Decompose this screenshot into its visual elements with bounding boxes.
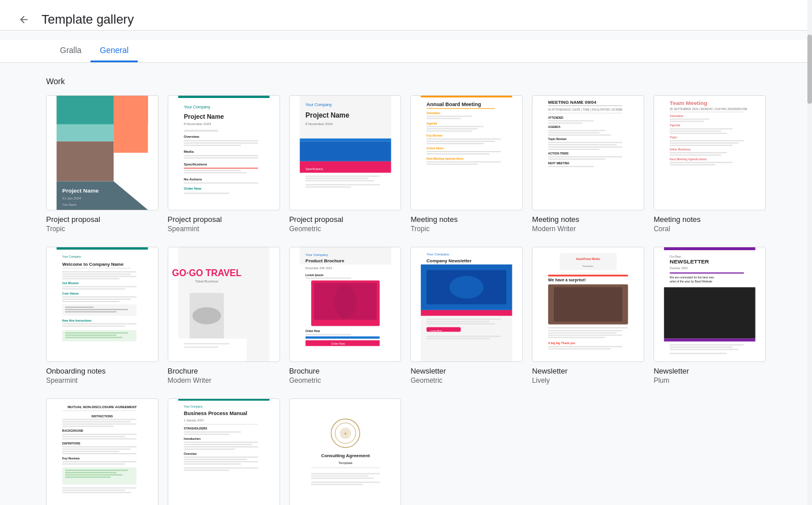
scrollbar[interactable] [807, 0, 812, 505]
template-sub-newsletter-plum: Plum [654, 376, 766, 385]
svg-rect-210 [62, 426, 114, 427]
svg-text:HeartPulse Media: HeartPulse Media [576, 258, 600, 261]
template-sub-meeting-tropic: Tropic [410, 225, 523, 233]
svg-rect-140 [178, 338, 247, 361]
svg-rect-149 [305, 277, 351, 278]
svg-rect-214 [62, 438, 137, 439]
svg-point-164 [450, 276, 484, 299]
svg-rect-113 [62, 272, 137, 273]
svg-text:Specifications: Specifications [305, 168, 323, 171]
svg-rect-182 [548, 330, 622, 331]
svg-rect-263 [311, 482, 380, 483]
svg-rect-45 [421, 96, 512, 97]
svg-rect-155 [305, 336, 380, 338]
svg-text:Tribal Brochure: Tribal Brochure [195, 280, 218, 283]
svg-rect-250 [184, 468, 258, 469]
svg-text:Your Name: Your Name [62, 203, 77, 206]
svg-text:Media: Media [184, 150, 194, 153]
svg-rect-228 [62, 487, 137, 488]
svg-rect-201 [670, 349, 738, 350]
template-card-project-proposal-tropic[interactable]: Project Name 01 Jan 2024 Your Name Proje… [46, 95, 158, 233]
template-card-brochure-geometric[interactable]: Your Company Product Brochure November 2… [289, 247, 402, 385]
svg-text:Our Mission: Our Mission [62, 282, 79, 285]
svg-text:We have a surprise!: We have a surprise! [548, 278, 586, 282]
template-sub-project-spearmint: Spearmint [168, 225, 280, 233]
svg-text:Your Company: Your Company [427, 252, 450, 256]
svg-rect-183 [548, 333, 617, 334]
svg-text:Specifications: Specifications [184, 163, 207, 166]
svg-text:1 January 2024: 1 January 2024 [184, 419, 203, 422]
template-card-meeting-tropic[interactable]: Annual Board Meeting Attendees Agenda Ke… [410, 95, 523, 233]
template-card-project-proposal-spearmint[interactable]: Your Company Project Name 8 November 202… [168, 95, 280, 233]
back-button[interactable] [14, 9, 35, 30]
svg-text:IN ATTENDANCE | DATE | TIME | : IN ATTENDANCE | DATE | TIME | FACILITATO… [548, 108, 623, 111]
svg-rect-222 [62, 463, 125, 465]
svg-rect-236 [184, 424, 258, 425]
svg-text:Business Process Manual: Business Process Manual [184, 410, 247, 416]
svg-text:Attendees: Attendees [427, 112, 441, 115]
svg-rect-10 [178, 96, 269, 98]
svg-text:artist of the year by Band Web: artist of the year by Band Website [670, 280, 712, 283]
template-card-project-proposal-geometric[interactable]: Your Company Project Name 8 November 202… [289, 95, 402, 233]
svg-text:01 Jan 2024: 01 Jan 2024 [62, 197, 81, 200]
template-grid-row2: Your Company Welcome to Company Name Our… [46, 247, 766, 385]
svg-rect-112 [62, 268, 131, 269]
svg-rect-79 [548, 144, 617, 145]
svg-point-139 [192, 307, 221, 325]
svg-rect-116 [62, 278, 119, 279]
svg-rect-75 [548, 132, 599, 133]
template-name-onboarding: Onboarding notes [46, 367, 158, 375]
svg-rect-90 [670, 112, 744, 112]
template-card-brochure-modern[interactable]: GO·GO TRAVEL Tribal Brochure Brochure Mo… [168, 247, 280, 385]
svg-text:BACKGROUND: BACKGROUND [62, 429, 84, 432]
template-card-newsletter-plum[interactable]: Our Best NEWSLETTER Summer 2024 We are n… [654, 247, 766, 385]
template-card-consulting[interactable]: ✦ Consulting Agreement Template Consulti… [289, 398, 402, 505]
template-card-meeting-modern[interactable]: MEETING NAME 09/04 IN ATTENDANCE | DATE … [532, 95, 644, 233]
template-name-brochure-modern: Brochure [168, 367, 280, 375]
svg-rect-40 [305, 178, 368, 179]
svg-text:Lorem Ipsum: Lorem Ipsum [305, 274, 324, 277]
template-card-nda[interactable]: MUTUAL NON-DISCLOSURE AGREEMENT INSTRUCT… [46, 398, 158, 505]
svg-rect-123 [62, 301, 119, 302]
svg-text:Action Items: Action Items [427, 147, 444, 150]
svg-marker-4 [114, 96, 148, 153]
svg-rect-103 [670, 152, 727, 153]
svg-rect-216 [62, 446, 137, 447]
template-name-newsletter-geometric: Newsletter [410, 367, 523, 375]
svg-text:Your Company: Your Company [305, 253, 328, 257]
svg-rect-21 [184, 157, 258, 159]
section-title-work: Work [46, 77, 766, 86]
svg-rect-61 [427, 153, 490, 154]
template-grid-row1: Project Name 01 Jan 2024 Your Name Proje… [46, 95, 766, 233]
svg-rect-188 [548, 348, 611, 349]
svg-rect-247 [184, 459, 247, 460]
tab-general[interactable]: General [90, 40, 138, 62]
svg-rect-205 [62, 410, 137, 411]
template-card-onboarding[interactable]: Your Company Welcome to Company Name Our… [46, 247, 158, 385]
svg-rect-17 [184, 142, 258, 144]
svg-rect-92 [670, 119, 709, 120]
svg-rect-259 [311, 468, 380, 468]
svg-text:STAKEHOLDERS: STAKEHOLDERS [184, 427, 207, 430]
scrollbar-thumb[interactable] [807, 35, 812, 104]
svg-rect-246 [184, 457, 258, 458]
template-card-meeting-coral[interactable]: Team Meeting 30 SEPTEMBER 2024 | MONDAY … [654, 95, 766, 233]
svg-rect-242 [184, 444, 252, 445]
svg-text:Summer 2024: Summer 2024 [670, 267, 688, 270]
svg-rect-184 [548, 334, 622, 336]
template-card-newsletter-lively[interactable]: HeartPulse Media Newsletter We have a su… [532, 247, 644, 385]
svg-rect-69 [548, 113, 622, 114]
svg-text:Your Company: Your Company [184, 105, 210, 110]
svg-rect-232 [178, 399, 269, 401]
svg-text:Project Name: Project Name [184, 113, 224, 120]
template-card-business-process[interactable]: Your Company Business Process Manual 1 J… [168, 398, 280, 505]
template-card-newsletter-geometric[interactable]: Your Company Company Newsletter Learn Mo… [410, 247, 523, 385]
svg-rect-213 [62, 436, 125, 437]
svg-rect-56 [427, 138, 501, 140]
svg-rect-63 [427, 161, 501, 163]
svg-rect-29 [184, 193, 229, 194]
tab-gralla[interactable]: Gralla [51, 40, 90, 62]
svg-text:Product Brochure: Product Brochure [305, 258, 345, 263]
header: Template gallery [0, 0, 812, 31]
template-sub-brochure-geometric: Geometric [289, 376, 402, 385]
